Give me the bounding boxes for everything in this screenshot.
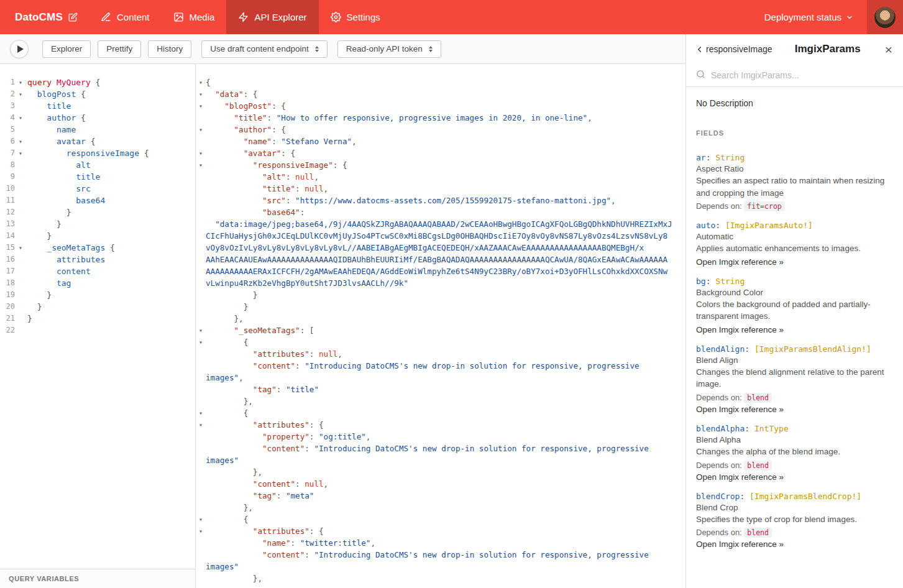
code-text: "base64": (206, 206, 305, 218)
query-editor[interactable]: 1▾query MyQuery {2▾ blogPost {3 title4▾ … (0, 64, 195, 569)
result-viewer[interactable]: ▾{▾ "data": {▾ "blogPost": { "title": "H… (196, 64, 685, 588)
editor-line: 15▾ _seoMetaTags { (0, 242, 195, 254)
use-draft-content-endpoint-select[interactable]: Use draft content endpoint (201, 40, 327, 58)
field-type-link[interactable]: IntType (754, 424, 789, 433)
execute-button[interactable] (10, 40, 29, 58)
field-name-link[interactable]: blendAlign (696, 344, 745, 354)
nav-item-content[interactable]: Content (89, 0, 162, 34)
code-text: "tag": "title" (206, 384, 319, 395)
code-text: name (25, 124, 76, 136)
fold-arrow-icon[interactable]: ▾ (196, 336, 206, 348)
fold-arrow-icon[interactable]: ▾ (196, 100, 206, 112)
line-number: 3 (0, 100, 16, 112)
code-text: responsiveImage { (25, 147, 149, 159)
field-type-link[interactable]: [ImgixParamsBlendCrop!] (749, 492, 861, 501)
code-text: content (25, 265, 91, 277)
field-type-link[interactable]: String (715, 277, 745, 286)
graphiql-workbench: ExplorerPrettifyHistory Use draft conten… (0, 34, 685, 588)
prettify-button[interactable]: Prettify (98, 40, 141, 58)
doc-back-label: responsiveImage (706, 44, 772, 54)
fold-arrow-icon[interactable]: ▾ (196, 76, 206, 88)
field-type-link[interactable]: [ImgixParamsAuto!] (725, 221, 813, 230)
line-number: 21 (0, 313, 16, 324)
code-text: vLwinpu4RzKb2eVhgBpY0utSht7JD3lvsAACLh//… (206, 277, 408, 289)
imgix-reference-link[interactable]: Open Imgix reference » (696, 472, 893, 482)
close-icon[interactable]: × (883, 43, 894, 56)
field-type-link[interactable]: [ImgixParamsBlendAlign!] (754, 344, 871, 354)
editor-line: 17 content (0, 265, 195, 277)
field-name-link[interactable]: blendAlpha (696, 424, 745, 433)
imgix-reference-link[interactable]: Open Imgix reference » (696, 405, 893, 414)
select-label: Read-only API token (346, 44, 423, 53)
fold-arrow-icon[interactable]: ▾ (196, 124, 206, 136)
code-text: images" (206, 454, 239, 466)
query-variables-bar[interactable]: QUERY VARIABLES (0, 569, 195, 588)
line-number: 16 (0, 254, 16, 265)
field-name-link[interactable]: ar (696, 153, 706, 162)
result-line: "title": null, (196, 183, 685, 195)
field-type-link[interactable]: String (715, 153, 745, 162)
code-text: "alt": null, (206, 171, 319, 183)
toolbar-buttons: ExplorerPrettifyHistory (42, 40, 191, 58)
fold-arrow-icon[interactable]: ▾ (16, 88, 25, 100)
field-name-link[interactable]: blendCrop (696, 492, 740, 501)
user-menu[interactable] (867, 0, 903, 34)
imgix-reference-link[interactable]: Open Imgix reference » (696, 257, 893, 267)
nav-item-media[interactable]: Media (162, 0, 227, 34)
fold-arrow-icon[interactable]: ▾ (196, 513, 206, 525)
code-text: "responsiveImage": { (206, 159, 347, 171)
field-depends-on: Depends on: blend (696, 528, 893, 537)
line-number: 18 (0, 277, 16, 289)
doc-title: ImgixParams (772, 43, 883, 55)
result-line: }, (196, 395, 685, 407)
code-text: author { (25, 112, 86, 124)
editor-line: 16 attributes (0, 254, 195, 265)
fold-arrow-icon[interactable]: ▾ (16, 76, 25, 88)
code-text: "author": { (206, 124, 286, 136)
brand[interactable]: DatoCMS (0, 11, 78, 24)
lightning-icon (238, 12, 249, 22)
fold-arrow-icon[interactable]: ▾ (196, 88, 206, 100)
fold-gutter (16, 159, 25, 171)
field-name-link[interactable]: bg (696, 277, 706, 286)
doc-field-auto: auto: [ImgixParamsAuto!]AutomaticApplies… (696, 221, 893, 267)
fold-arrow-icon[interactable]: ▾ (16, 136, 25, 147)
nav-item-settings[interactable]: Settings (319, 0, 392, 34)
fold-arrow-icon[interactable]: ▾ (196, 159, 206, 171)
history-button[interactable]: History (148, 40, 191, 58)
fold-gutter (196, 206, 206, 218)
code-text: "tag": "meta" (206, 490, 314, 502)
result-line: ▾ { (196, 513, 685, 525)
fold-arrow-icon[interactable]: ▾ (16, 147, 25, 159)
fold-arrow-icon[interactable]: ▾ (196, 419, 206, 431)
deployment-status-button[interactable]: Deployment status (764, 12, 867, 22)
code-text: }, (206, 313, 244, 324)
imgix-reference-link[interactable]: Open Imgix reference » (696, 325, 893, 334)
doc-field-blendAlpha: blendAlpha: IntTypeBlend AlphaChanges th… (696, 424, 893, 482)
nav-item-api-explorer[interactable]: API Explorer (226, 0, 318, 34)
deployment-status-label: Deployment status (764, 12, 841, 22)
fold-arrow-icon[interactable]: ▾ (16, 112, 25, 124)
fold-arrow-icon[interactable]: ▾ (16, 242, 25, 254)
line-number: 1 (0, 76, 16, 88)
fold-arrow-icon[interactable]: ▾ (196, 525, 206, 537)
line-number: 12 (0, 206, 16, 218)
fold-arrow-icon[interactable]: ▾ (196, 324, 206, 336)
result-line: "title": "How to offer responsive, progr… (196, 112, 685, 124)
fold-arrow-icon[interactable]: ▾ (196, 407, 206, 419)
doc-fields-list: ar: StringAspect RatioSpecifies an aspec… (696, 153, 893, 549)
fold-gutter (196, 502, 206, 513)
doc-search-input[interactable] (711, 70, 893, 80)
fold-gutter (196, 195, 206, 206)
fold-gutter (196, 183, 206, 195)
main-nav: ContentMediaAPI ExplorerSettings (89, 0, 392, 34)
image-icon (173, 12, 184, 22)
imgix-reference-link[interactable]: Open Imgix reference » (696, 540, 893, 549)
code-text: "title": "How to offer responsive, progr… (206, 112, 592, 124)
code-text: "src": "https://www.datocms-assets.com/2… (206, 195, 616, 206)
read-only-api-token-select[interactable]: Read-only API token (337, 40, 441, 58)
doc-back-button[interactable]: responsiveImage (695, 44, 772, 54)
field-name-link[interactable]: auto (696, 221, 715, 230)
fold-arrow-icon[interactable]: ▾ (196, 147, 206, 159)
explorer-button[interactable]: Explorer (42, 40, 91, 58)
